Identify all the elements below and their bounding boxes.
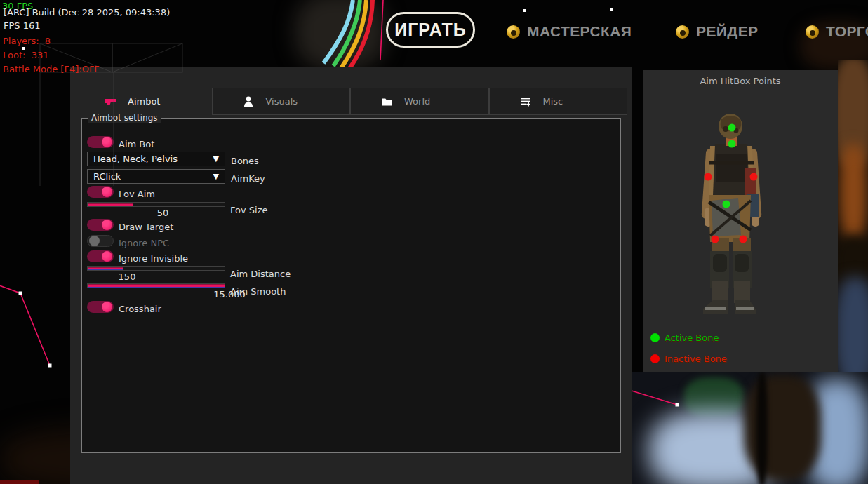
tab-aimbot[interactable]: Aimbot [81,88,212,115]
settings-group-title: Aimbot settings [88,113,161,123]
aim-smooth-value: 15.000 [213,289,246,300]
hud-battle-mode: Battle Mode [F4]:OFF [3,64,100,74]
legend-label: Inactive Bone [665,354,727,364]
slider-fill [88,203,133,206]
hud-game-fps: FPS 161 [4,20,41,31]
ignore-invisible-toggle[interactable] [87,250,114,262]
bones-select[interactable]: Head, Neck, Pelvis ▼ [87,152,225,166]
cheat-menu-panel: Aimbot Visuals World [70,67,632,484]
aim-distance-value: 150 [119,271,136,282]
fov-aim-toggle[interactable] [87,186,114,198]
hitbox-point-pelvis [723,201,730,208]
hud-build-info: [ARC] Build (Dec 28 2025, 09:43:38) [4,7,170,18]
coin-icon [806,25,819,39]
nav-item-label: РЕЙДЕР [696,23,758,40]
nav-item-trade[interactable]: ТОРГО [806,23,868,40]
toggle-knob [102,251,112,262]
play-button[interactable]: ИГРАТЬ [386,12,475,48]
chevron-down-icon: ▼ [213,154,219,163]
bones-select-value: Head, Neck, Pelvis [93,154,213,164]
toggle-knob [102,220,112,230]
hitbox-panel: Aim HitBox Points [643,70,838,372]
rainbow-neon-sign [298,0,382,70]
hitbox-points-layer [643,70,838,372]
tab-visuals[interactable]: Visuals [212,88,351,115]
toggle-knob [102,187,112,197]
bones-label: Bones [231,156,259,166]
fov-size-slider[interactable] [87,202,225,207]
ignore-npc-label: Ignore NPC [119,238,169,248]
aim-bot-toggle[interactable] [87,136,114,148]
playlist-add-icon [519,95,532,108]
hitbox-point-thigh-right [740,236,747,243]
draw-target-toggle[interactable] [87,219,114,231]
crosshair-label: Crosshair [119,304,161,314]
tab-bar: Aimbot Visuals World [81,88,627,115]
legend-active-bone: Active Bone [650,332,719,343]
legend-label: Active Bone [665,332,719,343]
toggle-knob [102,302,112,312]
fov-aim-label: Fov Aim [119,189,155,199]
tab-world[interactable]: World [350,88,489,115]
bg-bottom-right [632,372,868,484]
coin-icon [507,25,520,39]
active-bone-dot-icon [650,333,660,342]
aim-distance-slider[interactable] [87,266,225,271]
nav-item-label: ТОРГО [826,23,868,40]
slider-fill [88,284,225,288]
toggle-knob [102,137,112,147]
coin-icon [676,25,689,39]
fov-size-label: Fov Size [230,205,267,215]
nav-item-label: МАСТЕРСКАЯ [527,23,632,40]
crosshair-toggle[interactable] [87,301,114,313]
game-screen: 30 FPS [ARC] Build (Dec 28 2025, 09:43:3… [0,0,868,484]
person-icon [242,95,255,108]
inactive-bone-dot-icon [650,354,660,363]
hud-loot: Loot: 331 [3,50,48,60]
tab-misc[interactable]: Misc [489,88,628,115]
aimbot-settings-group: Aimbot settings Aim Bot Head, Neck, Pelv… [81,118,621,453]
draw-target-label: Draw Target [119,222,173,232]
aim-bot-label: Aim Bot [119,139,154,149]
hitbox-point-head [728,124,736,132]
chevron-down-icon: ▼ [213,172,219,181]
slider-fill [88,267,123,270]
pistol-icon [104,95,116,108]
ignore-npc-toggle[interactable] [87,235,114,247]
hitbox-point-neck [728,140,736,148]
aimkey-label: AimKey [231,173,265,184]
tab-label: Visuals [266,96,298,107]
aim-distance-label: Aim Distance [230,269,291,279]
fov-size-value: 50 [157,208,169,218]
folder-icon [380,95,393,108]
tab-label: Aimbot [128,96,160,107]
aim-smooth-slider[interactable] [87,283,225,288]
tab-label: World [404,96,430,107]
hitbox-point-shoulder-right [750,173,758,181]
aimkey-select-value: RClick [93,171,213,182]
tab-label: Misc [543,96,563,107]
hud-players: Players: 8 [3,36,51,46]
nav-item-workshop[interactable]: МАСТЕРСКАЯ [507,23,632,40]
toggle-knob [89,236,100,246]
nav-item-raider[interactable]: РЕЙДЕР [676,23,758,40]
bg-right-strip [838,60,868,372]
aimkey-select[interactable]: RClick ▼ [87,169,225,184]
play-button-label: ИГРАТЬ [394,20,467,40]
ignore-invisible-label: Ignore Invisible [119,253,188,264]
hitbox-point-shoulder-left [705,173,712,181]
legend-inactive-bone: Inactive Bone [650,354,727,364]
hitbox-point-thigh-left [712,236,719,243]
